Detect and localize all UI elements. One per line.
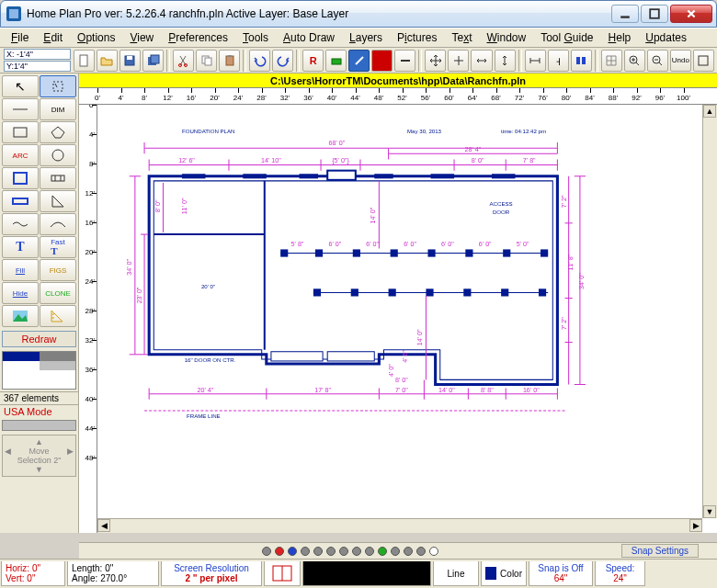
tool-line[interactable] xyxy=(2,98,39,120)
color-gray[interactable] xyxy=(40,352,58,361)
cut-button[interactable] xyxy=(173,50,194,72)
lp5[interactable] xyxy=(61,421,75,430)
grid-button[interactable] xyxy=(601,50,622,72)
paste-button[interactable] xyxy=(219,50,240,72)
color-w10[interactable] xyxy=(57,379,75,389)
color-w3[interactable] xyxy=(3,370,21,379)
tool-arc[interactable]: ARC xyxy=(2,144,39,166)
lp3[interactable] xyxy=(32,421,47,430)
color-w7[interactable] xyxy=(3,379,21,389)
zoom-fit-button[interactable] xyxy=(693,50,714,72)
close-button[interactable] xyxy=(670,5,712,23)
zoomin-button[interactable] xyxy=(624,50,645,72)
color-palette[interactable] xyxy=(2,351,76,390)
goto-button[interactable] xyxy=(448,50,469,72)
tool-select[interactable]: ↖ xyxy=(2,75,39,97)
lp2[interactable] xyxy=(17,421,32,430)
save-button[interactable] xyxy=(120,50,141,72)
redo-icon-button[interactable] xyxy=(272,50,293,72)
menu-text[interactable]: Text xyxy=(444,29,479,46)
color-navy2[interactable] xyxy=(21,352,40,361)
open-button[interactable] xyxy=(97,50,118,72)
menu-window[interactable]: Window xyxy=(479,29,533,46)
tool-image[interactable] xyxy=(2,305,39,327)
layer-dot[interactable] xyxy=(416,547,426,556)
layer-dot[interactable] xyxy=(262,547,271,556)
redraw-button-side[interactable]: Redraw xyxy=(2,331,76,347)
scroll-left-button[interactable]: ◀ xyxy=(97,519,110,532)
dim-button[interactable] xyxy=(525,50,546,72)
layer-dot[interactable] xyxy=(365,547,374,556)
color-w8[interactable] xyxy=(21,379,40,389)
menu-view[interactable]: View xyxy=(122,29,161,46)
tool-text[interactable]: T xyxy=(2,236,39,258)
menu-edit[interactable]: Edit xyxy=(36,29,70,46)
color-navy[interactable] xyxy=(3,352,21,361)
tool-wallseg[interactable] xyxy=(2,190,39,212)
layer-dot[interactable] xyxy=(404,547,413,556)
maximize-button[interactable] xyxy=(641,5,668,23)
snap-button[interactable]: ⫞ xyxy=(548,50,569,72)
fillcolor-button[interactable] xyxy=(371,50,393,72)
layer-dot[interactable] xyxy=(288,547,297,556)
layer-dot[interactable] xyxy=(313,547,323,556)
scroll-down-button[interactable]: ▼ xyxy=(703,505,716,518)
color-w6[interactable] xyxy=(57,370,75,379)
menu-toolguide[interactable]: Tool Guide xyxy=(533,29,600,46)
lp4[interactable] xyxy=(46,421,61,430)
tool-wall[interactable] xyxy=(2,167,39,189)
color-w9[interactable] xyxy=(40,379,58,389)
menu-layers[interactable]: Layers xyxy=(342,29,390,46)
saveall-button[interactable] xyxy=(142,50,164,72)
menu-help[interactable]: Help xyxy=(601,29,639,46)
status-snap[interactable]: Snap is Off xyxy=(538,563,583,573)
tool-poly[interactable] xyxy=(40,121,76,143)
tool-hide[interactable]: Hide xyxy=(2,282,39,304)
color-silver[interactable] xyxy=(40,361,58,370)
tool-figs[interactable]: FIGS xyxy=(40,259,76,281)
tool-measure[interactable] xyxy=(40,305,76,327)
layer-dot[interactable] xyxy=(378,547,387,556)
tool-bezier[interactable] xyxy=(40,213,76,235)
undo-icon-button[interactable] xyxy=(249,50,270,72)
layer-dot[interactable] xyxy=(352,547,361,556)
undo-text-button[interactable]: Undo xyxy=(670,50,691,72)
layer-palette[interactable] xyxy=(2,420,76,431)
status-line-style[interactable]: Line xyxy=(433,561,479,586)
tool-marquee[interactable] xyxy=(40,75,76,97)
vertical-scrollbar[interactable]: ▲ ▼ xyxy=(702,105,717,518)
menu-updates[interactable]: Updates xyxy=(638,29,694,46)
color-gray2[interactable] xyxy=(57,352,75,361)
scroll-up-button[interactable]: ▲ xyxy=(703,105,716,118)
tool-curve[interactable] xyxy=(2,213,39,235)
menu-autodraw[interactable]: Auto Draw xyxy=(276,29,342,46)
layer-dot[interactable] xyxy=(391,547,400,556)
color-white[interactable] xyxy=(3,361,21,370)
copy-button[interactable] xyxy=(196,50,217,72)
tool-triangle[interactable] xyxy=(40,190,76,212)
tool-fill[interactable]: Fill xyxy=(2,259,39,281)
minimize-button[interactable] xyxy=(611,5,639,23)
scroll-right-button[interactable]: ▶ xyxy=(689,519,702,532)
vflip-button[interactable] xyxy=(495,50,516,72)
snap-settings-button[interactable]: Snap Settings xyxy=(621,544,699,558)
color-white2[interactable] xyxy=(21,361,40,370)
move-button[interactable] xyxy=(425,50,446,72)
redraw-button[interactable]: R xyxy=(302,50,324,72)
menu-options[interactable]: Options xyxy=(70,29,122,46)
layer-button[interactable] xyxy=(325,50,347,72)
menu-preferences[interactable]: Preferences xyxy=(161,29,235,46)
color-w4[interactable] xyxy=(21,370,40,379)
menu-tools[interactable]: Tools xyxy=(235,29,276,46)
hflip-button[interactable] xyxy=(471,50,492,72)
drawing-canvas[interactable]: FOUNDATION PLAN May 30, 2013 time: 04:12… xyxy=(97,105,717,533)
layer-dot[interactable] xyxy=(275,547,284,556)
move-selection-panel[interactable]: ▲ ◀Move Selection 2"▶ ▼ xyxy=(2,435,76,477)
align-button[interactable] xyxy=(571,50,592,72)
new-file-button[interactable] xyxy=(74,50,95,72)
pencolor-button[interactable] xyxy=(348,50,370,72)
zoomout-button[interactable] xyxy=(647,50,668,72)
color-silver2[interactable] xyxy=(57,361,75,370)
tool-rect[interactable] xyxy=(2,121,39,143)
tool-fasttext[interactable]: FastT xyxy=(40,236,76,258)
